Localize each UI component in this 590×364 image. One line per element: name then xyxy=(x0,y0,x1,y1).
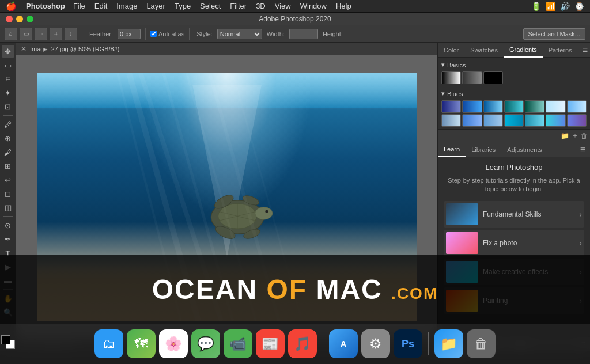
style-select[interactable]: Normal Fixed Ratio Fixed Size xyxy=(217,29,262,39)
dodge-tool[interactable]: ⊙ xyxy=(2,219,14,232)
menu-image[interactable]: Image xyxy=(112,2,142,10)
minimize-button[interactable] xyxy=(16,16,23,22)
menu-type[interactable]: Type xyxy=(170,2,195,10)
gradient-swatch[interactable] xyxy=(462,71,482,84)
dock-icon-photoshop[interactable]: Ps xyxy=(394,329,422,358)
feather-input[interactable] xyxy=(118,29,141,39)
crop-tool[interactable]: ⊡ xyxy=(2,100,14,113)
gradients-panel-menu[interactable]: ≡ xyxy=(578,45,590,55)
lasso-tool[interactable]: ⌗ xyxy=(2,73,14,85)
menu-help[interactable]: Help xyxy=(331,2,356,10)
learn-label-fundamentals: Fundamental Skills xyxy=(483,210,574,218)
clone-stamp-tool[interactable]: ⊞ xyxy=(2,160,14,172)
learn-item-fixphoto[interactable]: Fix a photo › xyxy=(444,230,584,256)
blues-chevron: ▾ xyxy=(441,90,445,97)
gradient-swatch[interactable] xyxy=(483,100,503,113)
menu-window[interactable]: Window xyxy=(296,2,331,10)
dock-separator xyxy=(323,332,323,355)
dock-icon-facetime[interactable]: 📹 xyxy=(224,329,252,358)
marquee-rect-btn[interactable]: ▭ xyxy=(20,28,32,40)
new-gradient-icon[interactable]: ＋ xyxy=(572,131,578,141)
select-mask-button[interactable]: Select and Mask... xyxy=(523,28,586,40)
learn-panel-menu[interactable]: ≡ xyxy=(576,145,590,155)
marquee-ellipse-btn[interactable]: ○ xyxy=(35,28,47,40)
gradient-swatch[interactable] xyxy=(462,114,482,127)
quick-select-tool[interactable]: ✦ xyxy=(2,86,14,99)
width-label: Width: xyxy=(264,31,287,37)
menu-3d[interactable]: 3D xyxy=(251,2,270,10)
new-folder-icon[interactable]: 📁 xyxy=(561,132,569,140)
gradients-tab-bar: Color Swatches Gradients Patterns ≡ xyxy=(438,43,590,58)
move-tool[interactable]: ✥ xyxy=(2,45,14,58)
dock-icon-appstore[interactable]: A xyxy=(329,329,358,358)
menu-edit[interactable]: Edit xyxy=(90,2,112,10)
gradient-swatch[interactable] xyxy=(546,114,565,127)
height-label: Height: xyxy=(320,31,345,37)
gradient-swatch[interactable] xyxy=(441,100,461,113)
tab-patterns[interactable]: Patterns xyxy=(543,43,578,58)
dock-icon-maps[interactable]: 🗺 xyxy=(127,329,156,358)
gradient-swatch[interactable] xyxy=(441,114,461,127)
gradient-swatch[interactable] xyxy=(567,100,587,113)
home-btn[interactable]: ⌂ xyxy=(5,28,17,40)
dock-icon-messages[interactable]: 💬 xyxy=(191,329,220,358)
blues-header[interactable]: ▾ Blues xyxy=(441,89,587,98)
eraser-tool[interactable]: ◻ xyxy=(2,187,14,200)
lasso-btn[interactable]: ⌗ xyxy=(50,28,62,40)
dock-icon-trash[interactable]: 🗑 xyxy=(467,329,496,358)
apple-menu[interactable]: 🍎 xyxy=(0,1,22,12)
dock-icon-music[interactable]: 🎵 xyxy=(288,329,317,358)
dock-icon-systemprefs[interactable]: ⚙ xyxy=(361,329,390,358)
gradient-swatch[interactable] xyxy=(567,114,587,127)
window-controls xyxy=(6,16,33,22)
delete-gradient-icon[interactable]: 🗑 xyxy=(581,132,588,140)
gradient-swatch[interactable] xyxy=(483,71,503,84)
menu-select[interactable]: Select xyxy=(195,2,225,10)
gradient-swatch[interactable] xyxy=(441,71,461,84)
watermark-com: .COM xyxy=(391,285,438,302)
menu-view[interactable]: View xyxy=(270,2,296,10)
history-brush-tool[interactable]: ↩ xyxy=(2,173,14,186)
basics-header[interactable]: ▾ Basics xyxy=(441,60,587,70)
arrow-btn[interactable]: ↕ xyxy=(65,28,77,40)
learn-subtitle: Step-by-step tutorials directly in the a… xyxy=(444,176,584,194)
gradient-swatch[interactable] xyxy=(462,100,482,113)
pen-tool[interactable]: ✒ xyxy=(2,233,14,245)
dock-icon-news[interactable]: 📰 xyxy=(256,329,285,358)
menu-file[interactable]: File xyxy=(69,2,90,10)
gradient-swatch[interactable] xyxy=(546,100,565,113)
tab-gradients[interactable]: Gradients xyxy=(504,43,543,58)
basics-label: Basics xyxy=(447,62,466,69)
gradient-swatch[interactable] xyxy=(525,114,544,127)
brush-tool[interactable]: 🖌 xyxy=(2,146,14,158)
tab-learn[interactable]: Learn xyxy=(438,142,466,157)
width-input[interactable] xyxy=(289,29,318,39)
foreground-color[interactable] xyxy=(1,335,10,344)
menu-bar: 🍎 Photoshop File Edit Image Layer Type S… xyxy=(0,0,590,13)
gradient-swatch[interactable] xyxy=(483,114,503,127)
learn-item-fundamentals[interactable]: Fundamental Skills › xyxy=(444,201,584,227)
eyedropper-tool[interactable]: 🖉 xyxy=(2,118,14,131)
menu-layer[interactable]: Layer xyxy=(142,2,170,10)
menu-filter[interactable]: Filter xyxy=(225,2,251,10)
anti-alias-checkbox[interactable] xyxy=(150,31,157,37)
maximize-button[interactable] xyxy=(27,16,33,22)
close-button[interactable] xyxy=(6,16,13,22)
menu-photoshop[interactable]: Photoshop xyxy=(22,2,69,10)
dock-icon-finder[interactable]: 🗂 xyxy=(94,329,123,358)
tab-close[interactable]: ✕ xyxy=(21,45,27,53)
tab-adjustments[interactable]: Adjustments xyxy=(501,142,548,157)
tab-swatches[interactable]: Swatches xyxy=(464,43,504,58)
dock-icon-photos[interactable]: 🌸 xyxy=(159,329,188,358)
dock-icon-folder[interactable]: 📁 xyxy=(434,329,463,358)
blues-swatches-row1 xyxy=(441,100,587,113)
heal-tool[interactable]: ⊕ xyxy=(2,132,14,145)
tool-sep-2 xyxy=(3,216,13,217)
tab-libraries[interactable]: Libraries xyxy=(466,142,501,157)
rectangular-marquee-tool[interactable]: ▭ xyxy=(2,59,14,71)
gradient-swatch[interactable] xyxy=(504,100,524,113)
gradient-tool[interactable]: ◫ xyxy=(2,201,14,214)
tab-color[interactable]: Color xyxy=(438,43,464,58)
gradient-swatch[interactable] xyxy=(504,114,524,127)
gradient-swatch[interactable] xyxy=(525,100,544,113)
